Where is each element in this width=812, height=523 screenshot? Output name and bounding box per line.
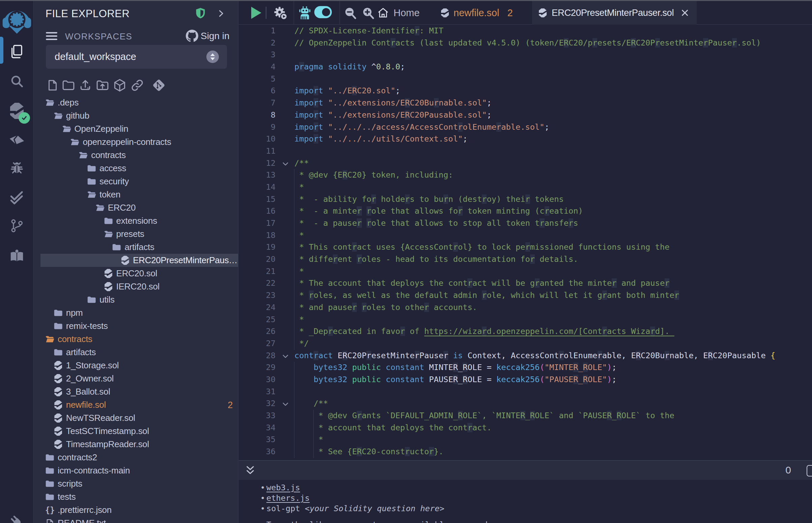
workspaces-menu-icon[interactable] (46, 31, 58, 42)
learneth-book-icon[interactable] (0, 243, 34, 269)
file-explorer-icon[interactable] (0, 38, 34, 65)
code-line-12: 12/** (239, 157, 812, 169)
toolbar-divider (339, 1, 340, 24)
folder-icon (54, 309, 63, 317)
ai-copilot-toggle[interactable] (314, 6, 332, 18)
import-url-link-icon[interactable] (130, 78, 145, 93)
terminal-text[interactable]: web3.js (266, 483, 300, 492)
tree-folder-.deps[interactable]: .deps (34, 96, 238, 109)
tree-file-newfile.sol[interactable]: newfile.sol2 (34, 398, 238, 412)
plugin-manager-icon[interactable] (0, 508, 34, 523)
code-text (294, 73, 812, 85)
tree-folder-security[interactable]: security (34, 175, 238, 188)
tree-folder-artifacts[interactable]: artifacts (34, 346, 238, 359)
tree-folder-contracts2[interactable]: contracts2 (34, 451, 238, 464)
zoom-in-icon[interactable] (361, 6, 375, 22)
tree-folder-scripts[interactable]: scripts (34, 477, 238, 490)
github-icon[interactable] (186, 30, 198, 43)
folder-icon (87, 164, 96, 173)
tab-problem-count: 2 (507, 7, 513, 19)
publish-ipfs-cube-icon[interactable] (112, 78, 127, 93)
tree-folder-remix-tests[interactable]: remix-tests (34, 320, 238, 332)
folder-open-icon (104, 230, 113, 238)
tree-file-ERC20.sol[interactable]: ERC20.sol (34, 267, 238, 280)
tree-file-1_Storage.sol[interactable]: 1_Storage.sol (34, 359, 238, 372)
zoom-out-icon[interactable] (343, 6, 357, 22)
clone-git-icon[interactable] (152, 78, 166, 93)
tab-active-file[interactable]: ERC20PresetMinterPauser.sol (532, 1, 697, 24)
tree-folder-access[interactable]: access (34, 162, 238, 175)
line-number: 5 (239, 73, 276, 85)
tree-folder-artifacts[interactable]: artifacts (34, 240, 238, 254)
code-editor[interactable]: 1// SPDX-License-Identifier: MIT2// Open… (239, 25, 812, 461)
tab-home[interactable]: Home (377, 1, 420, 24)
tree-file-ERC20PresetMinterPauser.sol[interactable]: ERC20PresetMinterPauser.sol (34, 254, 238, 267)
ai-copilot-robot-icon[interactable] (298, 6, 312, 21)
compile-run-gear-icon[interactable] (272, 5, 288, 22)
tree-item-label: newfile.sol (66, 400, 106, 410)
upload-file-icon[interactable] (78, 78, 93, 93)
tree-file-README.txt[interactable]: README.txt (34, 517, 238, 523)
tree-file-3_Ballot.sol[interactable]: 3_Ballot.sol (34, 385, 238, 398)
tree-folder-icm-contracts-main[interactable]: icm-contracts-main (34, 464, 238, 477)
tree-folder-extensions[interactable]: extensions (34, 214, 238, 228)
tree-folder-tests[interactable]: tests (34, 490, 238, 503)
line-number: 18 (239, 230, 276, 241)
code-line-9: 9import "../../../access/AccessControlEn… (239, 121, 812, 133)
terminal-expand-icon[interactable] (245, 465, 255, 477)
terminal-toolbar[interactable]: 0 (239, 460, 812, 480)
tree-folder-contracts[interactable]: contracts (34, 149, 238, 162)
fold-gutter (276, 194, 294, 205)
tree-file-2_Owner.sol[interactable]: 2_Owner.sol (34, 372, 238, 385)
tree-item-label: remix-tests (66, 321, 108, 331)
run-script-button[interactable] (251, 7, 261, 19)
tab-label: newfile.sol (454, 7, 499, 19)
line-number: 31 (239, 386, 276, 398)
tree-folder-openzeppelin-contracts[interactable]: openzeppelin-contracts (34, 136, 238, 149)
fold-chevron-icon[interactable] (276, 157, 294, 169)
fold-gutter (276, 121, 294, 133)
tree-folder-OpenZeppelin[interactable]: OpenZeppelin (34, 122, 238, 136)
tree-file-TestSCTimestamp.sol[interactable]: TestSCTimestamp.sol (34, 425, 238, 438)
tree-item-label: npm (66, 308, 83, 318)
new-folder-icon[interactable] (61, 78, 76, 93)
folder-icon (104, 217, 113, 225)
workspace-select[interactable]: default_workspace (46, 45, 227, 69)
sign-in-button[interactable]: Sign in (201, 31, 230, 41)
tree-item-label: tests (58, 492, 75, 502)
upload-folder-icon[interactable] (95, 78, 110, 93)
terminal-text[interactable]: ethers.js (266, 493, 310, 503)
tree-folder-ERC20[interactable]: ERC20 (34, 201, 238, 214)
tree-folder-token[interactable]: token (34, 188, 238, 201)
listen-transactions-checkbox[interactable] (807, 465, 812, 476)
deploy-run-icon[interactable] (0, 127, 34, 153)
tree-file-IERC20.sol[interactable]: IERC20.sol (34, 280, 238, 293)
tree-item-label: contracts (91, 150, 126, 160)
line-number: 9 (239, 121, 276, 133)
line-number: 3 (239, 49, 276, 61)
tree-folder-npm[interactable]: npm (34, 306, 238, 320)
tab-newfile[interactable]: newfile.sol 2 (441, 1, 513, 24)
tree-folder-contracts[interactable]: contracts (34, 332, 238, 346)
search-icon[interactable] (0, 68, 34, 94)
close-tab-icon[interactable] (680, 8, 690, 18)
tree-file-TimestampReader.sol[interactable]: TimestampReader.sol (34, 438, 238, 451)
tree-file-NewTSReader.sol[interactable]: NewTSReader.sol (34, 412, 238, 425)
tree-file-.prettierrc.json[interactable]: {}.prettierrc.json (34, 503, 238, 517)
debugger-icon[interactable] (0, 155, 34, 181)
new-file-icon[interactable] (45, 78, 60, 93)
workspaces-row: WORKSPACES Sign in (34, 30, 238, 43)
tree-folder-utils[interactable]: utils (34, 293, 238, 306)
tree-folder-presets[interactable]: presets (34, 228, 238, 240)
tree-folder-github[interactable]: github (34, 109, 238, 122)
fold-chevron-icon[interactable] (276, 350, 294, 362)
remix-logo-icon[interactable] (0, 5, 34, 32)
shield-icon[interactable] (195, 7, 206, 20)
unit-testing-icon[interactable] (0, 184, 34, 211)
git-icon[interactable] (0, 213, 34, 239)
code-text: * The account that deploys the contract … (294, 277, 812, 289)
solidity-file-icon (54, 414, 63, 422)
chevron-right-icon[interactable] (216, 8, 226, 20)
code-text: * - a minter role that allows for token … (294, 205, 812, 217)
fold-chevron-icon[interactable] (276, 398, 294, 410)
